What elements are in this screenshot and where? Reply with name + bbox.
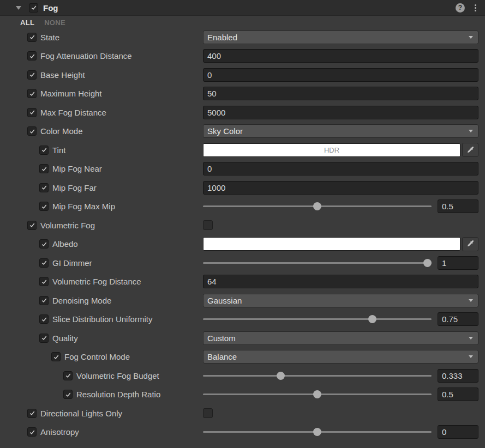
rows-container: StateEnabledFog Attenuation Distance400B… [0, 28, 485, 441]
row-base-height: Base Height0 [0, 65, 485, 84]
check-icon [53, 354, 59, 360]
row-control: 0 [203, 162, 478, 176]
check-icon [41, 279, 47, 285]
slider-value-input[interactable]: 0.5 [438, 199, 478, 213]
slider-mip-fog-max-mip [203, 199, 432, 214]
override-checkbox[interactable] [27, 51, 37, 60]
slider-value-input[interactable]: 1 [438, 256, 478, 270]
eyedropper-button[interactable] [462, 143, 478, 157]
eyedropper-icon [466, 146, 475, 154]
slider-handle[interactable] [313, 202, 321, 210]
row-label: Color Mode [40, 126, 83, 136]
row-directional-lights-only: Directional Lights Only [0, 404, 485, 423]
check-icon [65, 391, 71, 398]
slider-value-input[interactable]: 0.5 [438, 388, 478, 401]
slider-value-input[interactable]: 0.75 [438, 312, 478, 326]
row-label: Volumetric Fog Distance [52, 277, 141, 286]
text-input-maximum-height[interactable]: 50 [203, 87, 478, 100]
slider-value-input[interactable]: 0.333 [438, 369, 478, 383]
row-control: Custom [203, 331, 478, 345]
fog-enable-checkbox[interactable] [29, 3, 38, 13]
dropdown-arrow-icon [469, 337, 473, 340]
override-checkbox[interactable] [63, 371, 73, 380]
text-input-volumetric-fog-distance[interactable]: 64 [203, 275, 478, 288]
override-checkbox[interactable] [63, 390, 73, 399]
override-checkbox[interactable] [39, 202, 49, 211]
dropdown-denoising-mode[interactable]: Gaussian [203, 294, 478, 307]
value-checkbox-directional-lights-only[interactable] [203, 408, 213, 418]
row-control: HDR [203, 143, 478, 157]
override-checkbox[interactable] [27, 427, 37, 437]
dropdown-arrow-icon [469, 130, 473, 132]
override-checkbox[interactable] [27, 33, 37, 42]
check-icon [31, 4, 37, 11]
slider-track[interactable] [203, 318, 432, 320]
color-swatch-tint[interactable]: HDR [203, 143, 460, 157]
slider-handle[interactable] [423, 259, 432, 267]
override-checkbox[interactable] [27, 221, 37, 230]
kebab-menu-icon[interactable] [472, 3, 478, 13]
dropdown-value: Sky Color [207, 126, 243, 136]
dropdown-value: Enabled [207, 33, 237, 42]
row-fog-attenuation-distance: Fog Attenuation Distance400 [0, 47, 485, 66]
foldout-triangle-icon[interactable] [16, 6, 21, 10]
none-button[interactable]: NONE [44, 19, 65, 27]
override-checkbox[interactable] [39, 239, 49, 249]
override-checkbox[interactable] [27, 108, 37, 117]
text-input-mip-fog-far[interactable]: 1000 [203, 181, 478, 195]
eyedropper-button[interactable] [462, 237, 478, 251]
override-checkbox[interactable] [39, 334, 49, 343]
slider-track[interactable] [203, 262, 432, 264]
color-swatch-albedo[interactable] [203, 237, 460, 251]
check-icon [41, 335, 47, 341]
override-checkbox[interactable] [39, 277, 49, 286]
override-checkbox[interactable] [51, 352, 61, 361]
row-gi-dimmer: GI Dimmer1 [0, 253, 485, 273]
value-checkbox-volumetric-fog[interactable] [203, 220, 213, 230]
row-control: 0 [203, 68, 478, 82]
text-input-base-height[interactable]: 0 [203, 68, 478, 82]
row-label: Fog Control Mode [64, 352, 130, 361]
slider-handle[interactable] [368, 315, 376, 323]
override-checkbox[interactable] [39, 164, 49, 173]
override-checkbox[interactable] [39, 296, 49, 305]
row-control: Gaussian [203, 293, 478, 307]
override-checkbox[interactable] [27, 126, 37, 136]
dropdown-state[interactable]: Enabled [203, 31, 478, 44]
check-icon [41, 203, 47, 210]
row-control: 0.5 [203, 388, 478, 402]
row-label: Mip Fog Max Mip [52, 202, 115, 211]
slider-handle[interactable] [313, 390, 321, 398]
slider-handle[interactable] [313, 428, 321, 436]
override-checkbox[interactable] [27, 89, 37, 98]
dropdown-fog-control-mode[interactable]: Balance [203, 350, 478, 364]
text-input-max-fog-distance[interactable]: 5000 [203, 106, 478, 119]
text-input-mip-fog-near[interactable]: 0 [203, 162, 478, 175]
row-resolution-depth-ratio: Resolution Depth Ratio0.5 [0, 385, 485, 404]
row-denoising-mode: Denoising ModeGaussian [0, 291, 485, 310]
slider-track[interactable] [203, 375, 432, 377]
override-checkbox[interactable] [27, 70, 37, 80]
override-checkbox[interactable] [27, 409, 37, 418]
row-volumetric-fog-distance: Volumetric Fog Distance64 [0, 273, 485, 292]
check-icon [41, 316, 47, 323]
all-button[interactable]: ALL [20, 19, 34, 27]
slider-anisotropy [203, 425, 432, 439]
row-color-mode: Color ModeSky Color [0, 122, 485, 141]
override-checkbox[interactable] [39, 258, 49, 268]
override-checkbox[interactable] [39, 146, 49, 155]
row-label: Resolution Depth Ratio [76, 390, 160, 399]
row-label: Directional Lights Only [40, 409, 122, 418]
row-label: Mip Fog Near [52, 164, 102, 173]
override-checkbox[interactable] [39, 314, 49, 324]
row-label: Tint [52, 146, 65, 155]
check-icon [29, 34, 35, 40]
dropdown-color-mode[interactable]: Sky Color [203, 124, 478, 138]
slider-handle[interactable] [277, 372, 285, 380]
text-input-fog-attenuation-distance[interactable]: 400 [203, 49, 478, 63]
override-checkbox[interactable] [39, 183, 49, 192]
row-mip-fog-far: Mip Fog Far1000 [0, 178, 485, 197]
slider-value-input[interactable]: 0 [438, 425, 478, 439]
help-icon[interactable]: ? [456, 3, 465, 13]
dropdown-quality[interactable]: Custom [203, 331, 478, 345]
